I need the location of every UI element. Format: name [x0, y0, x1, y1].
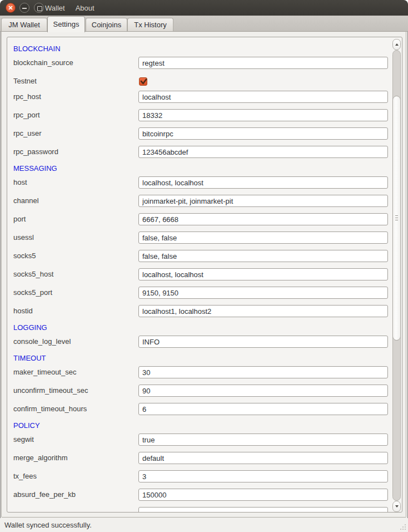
close-icon: ✕ [6, 3, 15, 12]
field-label-merge_algorithm: merge_algorithm [13, 452, 68, 464]
field-label-rpc_host: rpc_host [13, 91, 41, 103]
close-button[interactable]: ✕ [6, 3, 16, 13]
thumb-grip-icon [395, 215, 398, 216]
tab-bar: JM WalletSettingsCoinjoinsTx History [0, 16, 408, 32]
scroll-up-icon [395, 43, 399, 46]
section-heading-blockchain: BLOCKCHAIN [13, 45, 61, 53]
channel-input[interactable] [138, 195, 388, 207]
resize-grip[interactable] [398, 522, 406, 530]
section-heading-timeout: TIMEOUT [13, 354, 46, 363]
unconfirm_timeout_sec-input[interactable] [138, 385, 388, 397]
socks5-input[interactable] [138, 250, 388, 262]
merge_algorithm-input[interactable] [138, 452, 388, 464]
partial-input[interactable] [138, 507, 388, 513]
field-label-host: host [13, 176, 27, 189]
field-label-segwit: segwit [13, 434, 34, 446]
blockchain_source-input[interactable] [138, 57, 388, 69]
field-label-absurd_fee_per_kb: absurd_fee_per_kb [13, 489, 76, 501]
usessl-input[interactable] [138, 231, 388, 244]
settings-form: BLOCKCHAINblockchain_sourceTestnetrpc_ho… [7, 37, 402, 512]
rpc_host-input[interactable] [138, 91, 388, 103]
port-input[interactable] [138, 213, 388, 225]
field-label-rpc_user: rpc_user [13, 127, 42, 140]
minimize-button[interactable] [19, 3, 29, 13]
minimize-icon [22, 8, 27, 9]
field-label-socks5_port: socks5_port [13, 287, 52, 299]
field-label-confirm_timeout_hours: confirm_timeout_hours [13, 403, 87, 415]
status-message: Wallet synced successfully. [4, 521, 92, 529]
field-label-tx_fees: tx_fees [13, 470, 37, 482]
section-heading-messaging: MESSAGING [13, 164, 57, 173]
socks5_port-input[interactable] [138, 287, 388, 299]
host-input[interactable] [138, 176, 388, 189]
field-label-blockchain_source: blockchain_source [13, 57, 73, 69]
settings-scroll-area: BLOCKCHAINblockchain_sourceTestnetrpc_ho… [7, 37, 402, 513]
field-label-rpc_password: rpc_password [13, 146, 58, 158]
menu-about[interactable]: About [74, 4, 96, 12]
check-icon [140, 77, 148, 86]
scrollbar-up-button[interactable] [392, 39, 401, 50]
thumb-grip-icon [395, 218, 398, 218]
field-label-usessl: usessl [13, 231, 34, 244]
tab-settings[interactable]: Settings [47, 16, 85, 32]
settings-tab-pane: BLOCKCHAINblockchain_sourceTestnetrpc_ho… [1, 31, 406, 518]
console_log_level-input[interactable] [138, 336, 388, 348]
confirm_timeout_hours-input[interactable] [138, 403, 388, 415]
tab-jm-wallet[interactable]: JM Wallet [1, 18, 47, 32]
maker_timeout_sec-input[interactable] [138, 366, 388, 378]
field-label-Testnet: Testnet [13, 75, 37, 87]
field-label-channel: channel [13, 195, 39, 207]
segwit-input[interactable] [138, 434, 388, 446]
scroll-down-icon [395, 505, 399, 508]
menubar: Wallet About [44, 0, 96, 16]
field-label-console_log_level: console_log_level [13, 336, 71, 348]
field-label-hostid: hostid [13, 305, 33, 317]
app-window: ✕ Wallet About JM WalletSettingsCoinjoin… [0, 0, 408, 532]
rpc_user-input[interactable] [138, 127, 388, 140]
socks5_host-input[interactable] [138, 268, 388, 280]
maximize-icon [37, 6, 42, 11]
absurd_fee_per_kb-input[interactable] [138, 489, 388, 501]
testnet-checkbox[interactable] [139, 77, 147, 86]
section-heading-logging: LOGGING [13, 323, 47, 332]
titlebar[interactable]: ✕ Wallet About [0, 0, 408, 16]
thumb-grip-icon [395, 220, 398, 220]
tx_fees-input[interactable] [138, 470, 388, 482]
tab-tx-history[interactable]: Tx History [127, 18, 173, 32]
field-label-maker_timeout_sec: maker_timeout_sec [13, 366, 76, 378]
field-label-socks5_host: socks5_host [13, 268, 53, 280]
field-label-port: port [13, 213, 26, 225]
rpc_password-input[interactable] [138, 146, 388, 158]
field-label-socks5: socks5 [13, 250, 36, 262]
field-label-rpc_port: rpc_port [13, 109, 40, 121]
maximize-button[interactable] [34, 3, 44, 13]
hostid-input[interactable] [138, 305, 388, 317]
rpc_port-input[interactable] [138, 109, 388, 121]
vertical-scrollbar[interactable] [392, 38, 401, 511]
section-heading-policy: POLICY [13, 421, 40, 430]
scrollbar-thumb[interactable] [392, 96, 401, 341]
tab-coinjoins[interactable]: Coinjoins [86, 18, 127, 32]
menu-wallet[interactable]: Wallet [44, 4, 66, 12]
field-label-unconfirm_timeout_sec: unconfirm_timeout_sec [13, 385, 88, 397]
status-bar: Wallet synced successfully. [0, 518, 408, 532]
scrollbar-down-button[interactable] [392, 501, 401, 512]
